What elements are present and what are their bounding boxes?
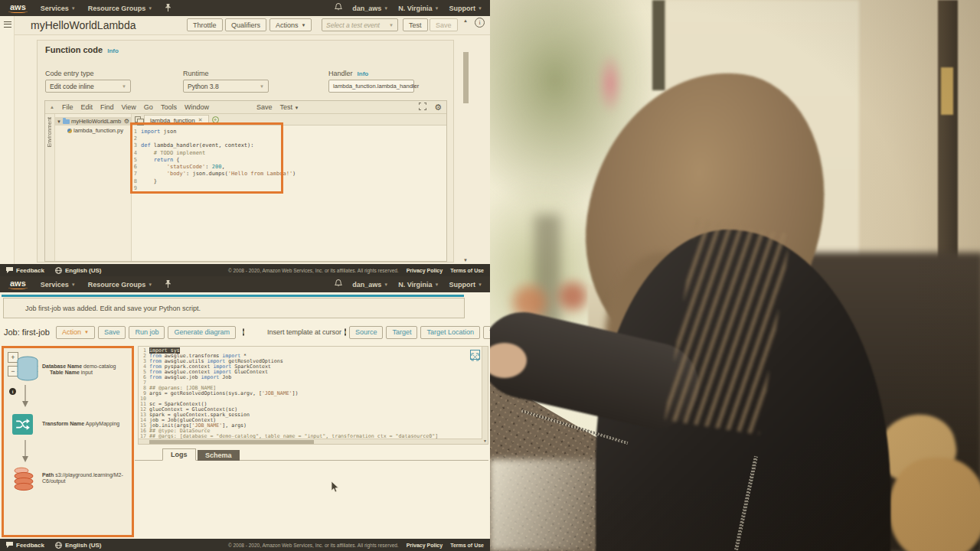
s3-node-icon[interactable]	[11, 466, 37, 497]
target-location-template-button[interactable]: Target Location	[420, 326, 480, 339]
scrollbar[interactable]	[463, 52, 469, 103]
chevron-down-icon: ▼	[122, 84, 126, 89]
menu-find[interactable]: Find	[100, 103, 114, 111]
function-code-panel: Function codeInfo Code entry type Runtim…	[37, 40, 454, 262]
scroll-up-arrow[interactable]: ▲	[463, 18, 468, 23]
run-job-button[interactable]: Run job	[129, 326, 165, 339]
action-button[interactable]: Action▼	[56, 326, 95, 339]
privacy-policy-link[interactable]: Privacy Policy	[407, 543, 443, 548]
terms-of-use-link[interactable]: Terms of Use	[450, 268, 484, 273]
nav-services-label: Services	[41, 281, 69, 289]
editor-test-button[interactable]: Test ▼	[279, 103, 299, 111]
aws-logo[interactable]: aws	[8, 2, 28, 14]
language-button[interactable]: English (US)	[55, 542, 102, 549]
throttle-button[interactable]: Throttle	[187, 18, 223, 31]
save-button[interactable]: Save	[430, 18, 458, 31]
language-label: English (US)	[65, 542, 102, 549]
new-tab-icon[interactable]: +	[212, 116, 219, 123]
nav-support-label: Support	[449, 281, 476, 289]
glue-script-editor[interactable]: 1import sys2from awsglue.transforms impo…	[138, 346, 488, 445]
privacy-policy-link[interactable]: Privacy Policy	[407, 268, 443, 273]
actions-button[interactable]: Actions▼	[270, 18, 312, 31]
menu-file[interactable]: File	[62, 103, 74, 111]
menu-go[interactable]: Go	[144, 103, 153, 111]
copyright-text: © 2008 - 2020, Amazon Web Services, Inc.…	[228, 268, 399, 273]
pin-icon[interactable]	[165, 280, 172, 289]
function-code-title: Function code	[45, 45, 103, 54]
bell-icon[interactable]	[335, 3, 342, 13]
chevron-down-icon: ▼	[478, 282, 482, 287]
aws-logo[interactable]: aws	[8, 279, 28, 290]
glue-save-button[interactable]: Save	[98, 326, 126, 339]
qualifiers-button[interactable]: Qualifiers	[225, 18, 266, 31]
scrollbar-thumb[interactable]	[149, 440, 314, 444]
page-accent-bar	[2, 295, 464, 297]
scroll-down-arrow[interactable]: ▼	[483, 439, 487, 443]
test-event-select[interactable]: Select a test event▼	[322, 18, 398, 31]
bell-icon[interactable]	[335, 279, 342, 289]
nav-region-menu[interactable]: N. Virginia▼	[398, 5, 439, 12]
environment-label[interactable]: Environment	[47, 117, 52, 147]
handler-label-text: Handler	[328, 70, 353, 77]
runtime-select[interactable]: Python 3.8▼	[183, 80, 269, 93]
info-icon[interactable]: i	[9, 388, 16, 395]
tab-lambda-function[interactable]: lambda_function ✕	[144, 115, 209, 125]
tree-file-row[interactable]: lambda_function.py	[55, 126, 131, 134]
glue-code[interactable]: 1import sys2from awsglue.transforms impo…	[139, 347, 475, 444]
collapse-icon[interactable]: ▲	[50, 105, 54, 109]
tree-gear-icon[interactable]: ⚙	[124, 118, 129, 125]
close-icon[interactable]: ✕	[198, 117, 203, 123]
menu-view[interactable]: View	[122, 103, 136, 111]
feedback-button[interactable]: Feedback	[6, 542, 44, 549]
gear-icon[interactable]: ⚙	[434, 103, 442, 112]
test-button[interactable]: Test	[403, 18, 428, 31]
nav-region-menu[interactable]: N. Virginia▼	[398, 281, 439, 289]
editor-save-button[interactable]: Save	[256, 103, 273, 111]
nav-resource-groups[interactable]: Resource Groups▼	[88, 5, 152, 12]
tab-schema[interactable]: Schema	[198, 450, 240, 461]
nav-user-menu[interactable]: dan_aws▼	[352, 281, 388, 289]
menu-tools[interactable]: Tools	[161, 103, 177, 111]
feedback-button[interactable]: Feedback	[6, 267, 44, 274]
nav-services[interactable]: Services▼	[41, 5, 76, 12]
screen: aws Services▼ Resource Groups▼ dan_aws▼ …	[0, 0, 980, 551]
nav-services[interactable]: Services▼	[41, 281, 76, 289]
code-entry-select[interactable]: Edit code inline▼	[45, 80, 131, 93]
menu-edit[interactable]: Edit	[80, 103, 93, 111]
database-node-icon[interactable]	[16, 356, 39, 385]
pin-icon[interactable]	[165, 4, 172, 12]
menu-window[interactable]: Window	[185, 103, 209, 111]
tab-logs[interactable]: Logs	[162, 448, 196, 461]
nav-support-menu[interactable]: Support▼	[449, 281, 482, 289]
menu-icon[interactable]	[4, 21, 11, 28]
footer-right: © 2008 - 2020, Amazon Web Services, Inc.…	[228, 543, 484, 548]
info-icon[interactable]: i	[345, 328, 346, 336]
flow-arrow-icon	[22, 385, 28, 411]
aws-top-nav: aws Services▼ Resource Groups▼ dan_aws▼ …	[0, 0, 490, 16]
logs-tab-label: Logs	[171, 451, 188, 458]
lambda-code-editor[interactable]: 1import json23def lambda_handler(event, …	[132, 126, 446, 192]
handler-info-link[interactable]: Info	[358, 70, 369, 77]
editor-vertical-scrollbar[interactable]: ▼	[482, 347, 488, 444]
tree-folder-row[interactable]: ▼ myHelloWorldLamb ⚙	[55, 117, 131, 126]
nav-support-menu[interactable]: Support▼	[449, 5, 482, 12]
info-icon[interactable]: i	[243, 328, 244, 336]
language-button[interactable]: English (US)	[55, 267, 102, 274]
nav-user-menu[interactable]: dan_aws▼	[352, 5, 388, 12]
chevron-down-icon: ▼	[435, 282, 439, 287]
info-link[interactable]: Info	[107, 47, 119, 54]
editor-horizontal-scrollbar[interactable]	[139, 439, 482, 444]
transform-template-button[interactable]: Transform	[483, 326, 490, 339]
applymapping-node-icon[interactable]	[12, 414, 33, 438]
source-template-button[interactable]: Source	[349, 326, 384, 339]
handler-input[interactable]: lambda_function.lambda_handler	[328, 80, 414, 93]
generate-diagram-button[interactable]: Generate diagram	[168, 326, 236, 339]
scroll-down-arrow[interactable]: ▼	[463, 258, 468, 262]
nav-resource-groups[interactable]: Resource Groups▼	[88, 281, 152, 289]
expand-editor-icon[interactable]	[470, 350, 480, 360]
fullscreen-icon[interactable]	[419, 103, 426, 112]
target-template-button[interactable]: Target	[386, 326, 417, 339]
terms-of-use-link[interactable]: Terms of Use	[450, 543, 484, 548]
tab-list-icon[interactable]	[135, 116, 141, 122]
info-panel-icon[interactable]: i	[475, 18, 485, 28]
